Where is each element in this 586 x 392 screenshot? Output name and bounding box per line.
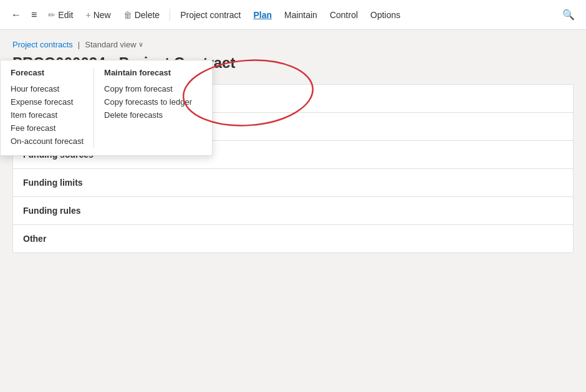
breadcrumb: Project contracts | Standard view ∨ xyxy=(12,40,574,49)
control-button[interactable]: Control xyxy=(325,6,363,24)
project-contract-label: Project contract xyxy=(180,10,241,20)
edit-label: Edit xyxy=(58,10,73,20)
delete-forecasts-item[interactable]: Delete forecasts xyxy=(104,108,192,122)
copy-from-forecast-item[interactable]: Copy from forecast xyxy=(104,82,192,95)
other-label: Other xyxy=(23,234,46,244)
plan-button[interactable]: Plan xyxy=(248,6,277,24)
toolbar: ← ≡ ✏ Edit + New 🗑 Delete Project contra… xyxy=(0,0,586,30)
item-forecast-item[interactable]: Item forecast xyxy=(11,108,84,122)
standard-view-label: Standard view xyxy=(85,40,136,49)
expense-forecast-item[interactable]: Expense forecast xyxy=(11,95,84,108)
accordion-header-funding-rules[interactable]: Funding rules xyxy=(13,197,573,224)
delete-icon: 🗑 xyxy=(123,10,132,20)
hour-forecast-item[interactable]: Hour forecast xyxy=(11,82,84,95)
separator-1 xyxy=(170,9,170,21)
options-button[interactable]: Options xyxy=(365,6,405,24)
accordion-header-funding-limits[interactable]: Funding limits xyxy=(13,169,573,196)
delete-button[interactable]: 🗑 Delete xyxy=(118,6,165,24)
hamburger-button[interactable]: ≡ xyxy=(27,6,41,24)
search-button[interactable]: 🔍 xyxy=(559,5,579,24)
maintain-button[interactable]: Maintain xyxy=(279,6,322,24)
new-label: New xyxy=(94,10,111,20)
standard-view-dropdown[interactable]: Standard view ∨ xyxy=(85,40,143,49)
forecast-section-title: Forecast xyxy=(11,68,84,77)
edit-button[interactable]: ✏ Edit xyxy=(43,6,78,24)
funding-limits-label: Funding limits xyxy=(23,178,83,188)
maintain-label: Maintain xyxy=(284,10,317,20)
project-contract-button[interactable]: Project contract xyxy=(175,6,246,24)
plan-label: Plan xyxy=(253,10,272,20)
back-icon: ← xyxy=(11,9,21,20)
breadcrumb-link[interactable]: Project contracts xyxy=(12,40,73,49)
on-account-forecast-item[interactable]: On-account forecast xyxy=(11,135,84,148)
breadcrumb-separator: | xyxy=(78,40,80,49)
accordion-item-funding-rules: Funding rules xyxy=(13,197,573,225)
accordion-item-funding-limits: Funding limits xyxy=(13,169,573,197)
maintain-forecast-section-title: Maintain forecast xyxy=(104,68,192,77)
chevron-down-icon: ∨ xyxy=(138,41,143,49)
fee-forecast-item[interactable]: Fee forecast xyxy=(11,122,84,135)
delete-label: Delete xyxy=(135,10,160,20)
maintain-forecast-section: Maintain forecast Copy from forecast Cop… xyxy=(94,68,202,148)
options-label: Options xyxy=(370,10,400,20)
new-button[interactable]: + New xyxy=(80,6,115,24)
back-button[interactable]: ← xyxy=(7,6,25,24)
copy-forecasts-to-ledger-item[interactable]: Copy forecasts to ledger xyxy=(104,95,192,108)
search-icon: 🔍 xyxy=(562,9,575,20)
accordion-header-other[interactable]: Other xyxy=(13,225,573,252)
plan-dropdown-menu: Forecast Hour forecast Expense forecast … xyxy=(0,60,213,156)
funding-rules-label: Funding rules xyxy=(23,206,81,216)
hamburger-icon: ≡ xyxy=(31,9,37,20)
edit-icon: ✏ xyxy=(48,10,55,20)
control-label: Control xyxy=(330,10,358,20)
forecast-section: Forecast Hour forecast Expense forecast … xyxy=(11,68,94,148)
accordion-item-other: Other xyxy=(13,225,573,252)
new-icon: + xyxy=(85,10,90,20)
